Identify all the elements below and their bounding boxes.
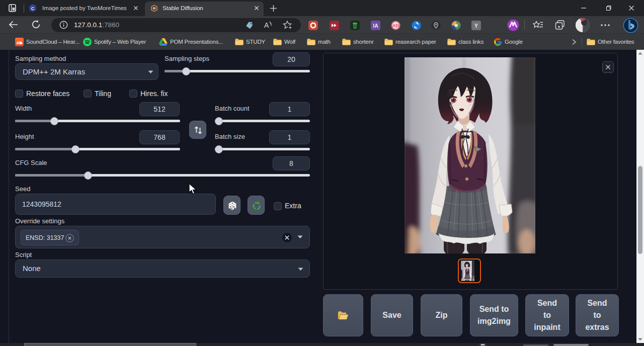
svg-text:IA: IA xyxy=(373,23,378,29)
svg-text:AD: AD xyxy=(392,23,399,28)
svg-text:A: A xyxy=(264,21,269,29)
svg-text:C: C xyxy=(31,6,35,11)
svg-text:Y: Y xyxy=(474,23,478,29)
